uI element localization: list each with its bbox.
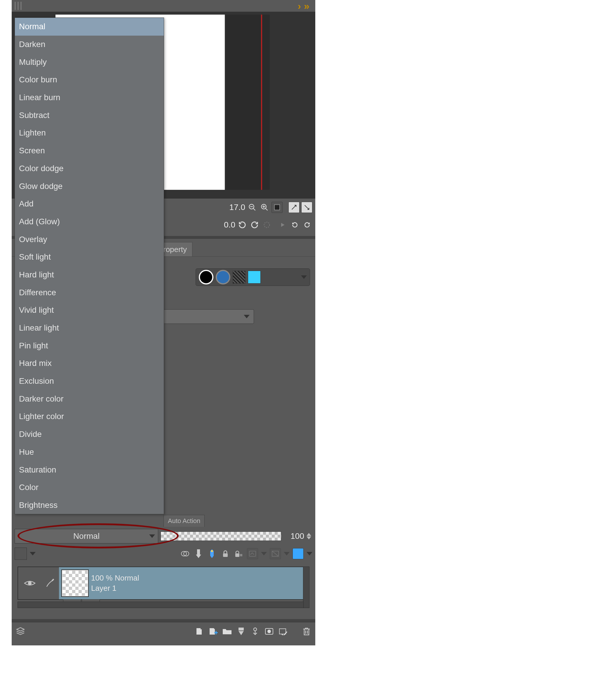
create-mask-icon[interactable] — [264, 626, 274, 636]
blend-mode-dropdown-label: Normal — [73, 531, 100, 541]
double-chevron-right-icon[interactable]: » — [304, 0, 309, 12]
blend-mode-option[interactable]: Color burn — [15, 71, 164, 89]
blend-mode-option[interactable]: Pin light — [15, 337, 164, 354]
clip-mask-icon[interactable] — [180, 548, 190, 559]
tab-auto-action[interactable]: Auto Action — [163, 515, 205, 527]
blend-mode-option[interactable]: Darker color — [15, 390, 164, 408]
panel-drag-handle[interactable]: › » — [12, 0, 315, 12]
blend-mode-option[interactable]: Vivid light — [15, 301, 164, 319]
mask-button[interactable] — [247, 548, 258, 559]
new-folder-icon[interactable] — [222, 626, 232, 636]
lock-icon[interactable] — [220, 548, 231, 559]
blend-mode-option[interactable]: Lighter color — [15, 408, 164, 425]
grip-icon — [12, 2, 22, 10]
reference-layer-icon[interactable] — [193, 548, 204, 559]
blend-mode-option[interactable]: Brightness — [15, 497, 164, 514]
timeline-playhead[interactable] — [261, 15, 262, 190]
blend-mode-option[interactable]: Add (Glow) — [15, 213, 164, 231]
blend-mode-option[interactable]: Exclusion — [15, 372, 164, 390]
new-layer-plus-icon[interactable] — [208, 626, 218, 636]
swatch-blue[interactable] — [216, 270, 230, 284]
swatch-dropdown-icon[interactable] — [301, 275, 307, 279]
opacity-spinner[interactable] — [306, 533, 312, 540]
layer-type-button[interactable] — [15, 548, 27, 560]
rotate-cw-icon[interactable] — [249, 220, 260, 230]
blend-mode-option[interactable]: Soft light — [15, 248, 164, 266]
layer-opacity-value: 100 — [284, 531, 304, 541]
blend-mode-option[interactable]: Darken — [15, 35, 164, 53]
blend-mode-option[interactable]: Difference — [15, 283, 164, 301]
layer-color-button[interactable] — [293, 548, 304, 559]
blend-mode-option[interactable]: Multiply — [15, 53, 164, 71]
blend-mode-option[interactable]: Hard mix — [15, 354, 164, 372]
swatch-pattern[interactable] — [233, 271, 246, 283]
ruler-button[interactable] — [270, 548, 281, 559]
blend-mode-option[interactable]: Normal — [15, 18, 164, 35]
chevron-down-icon — [244, 315, 250, 318]
flip-horizontal-button[interactable] — [288, 202, 300, 213]
layer-visibility-toggle[interactable] — [18, 567, 42, 599]
blend-mode-option[interactable]: Lighten — [15, 124, 164, 142]
apply-mask-icon[interactable] — [278, 626, 288, 636]
trash-icon[interactable] — [301, 626, 312, 636]
reset-rotation-button[interactable] — [261, 220, 272, 230]
layer-thumbnail[interactable] — [62, 570, 88, 596]
layer-row[interactable]: 100 % Normal Layer 1 — [18, 567, 304, 600]
layer-active-edit-icon[interactable] — [42, 567, 59, 599]
layer-vertical-scrollbar[interactable] — [303, 567, 309, 608]
swatch-cyan[interactable] — [248, 271, 261, 283]
draft-layer-icon[interactable] — [207, 548, 217, 559]
layer-name-label[interactable]: Layer 1 — [91, 584, 139, 593]
blend-mode-option[interactable]: Hue — [15, 443, 164, 461]
rotate-ccw-icon[interactable] — [237, 220, 248, 230]
blend-mode-dropdown[interactable]: Normal — [15, 529, 158, 544]
layer-opacity-slider[interactable] — [160, 531, 281, 541]
app-panel: › » 17.0 0.0 — [12, 0, 315, 645]
fit-screen-button[interactable] — [272, 202, 283, 213]
svg-rect-14 — [197, 549, 200, 555]
flip-vertical-button[interactable] — [301, 202, 312, 213]
blend-mode-option[interactable]: Add — [15, 195, 164, 213]
new-layer-icon[interactable] — [194, 626, 204, 636]
zoom-out-icon[interactable] — [247, 202, 257, 212]
svg-rect-21 — [249, 551, 256, 556]
layer-blend-row: Normal 100 — [12, 527, 315, 546]
zoom-in-icon[interactable] — [259, 202, 270, 212]
blend-mode-menu[interactable]: NormalDarkenMultiplyColor burnLinear bur… — [15, 18, 164, 514]
blend-mode-option[interactable]: Linear burn — [15, 89, 164, 107]
svg-point-30 — [254, 628, 257, 631]
svg-line-1 — [253, 208, 255, 210]
blend-mode-option[interactable]: Linear light — [15, 319, 164, 337]
chevron-down-icon[interactable] — [306, 552, 312, 555]
rotation-value: 0.0 — [212, 220, 235, 229]
blend-mode-option[interactable]: Divide — [15, 425, 164, 443]
blend-mode-option[interactable]: Color — [15, 479, 164, 497]
layer-footer-toolbar — [12, 622, 315, 641]
blend-mode-option[interactable]: Color dodge — [15, 160, 164, 178]
chevron-down-icon[interactable] — [30, 552, 35, 555]
svg-rect-28 — [238, 628, 244, 630]
blend-mode-option[interactable]: Overlay — [15, 230, 164, 248]
svg-marker-25 — [17, 628, 24, 631]
svg-rect-27 — [216, 631, 217, 634]
chevron-right-icon[interactable]: › — [298, 0, 301, 12]
blend-mode-option[interactable]: Subtract — [15, 106, 164, 124]
chevron-down-icon — [149, 534, 155, 538]
lock-transparent-icon[interactable] — [233, 548, 244, 559]
blend-mode-option[interactable]: Hard light — [15, 266, 164, 284]
chevron-down-icon[interactable] — [261, 552, 267, 555]
layer-horizontal-scrollbar[interactable] — [18, 602, 304, 608]
play-icon[interactable] — [277, 220, 288, 230]
layer-status-label: 100 % Normal — [91, 574, 139, 583]
chevron-down-icon[interactable] — [284, 552, 290, 555]
rotate-cw-small-icon[interactable] — [302, 220, 312, 230]
svg-rect-20 — [240, 554, 242, 556]
transfer-down-icon[interactable] — [236, 626, 246, 636]
swatch-black[interactable] — [199, 270, 213, 284]
layers-stack-icon[interactable] — [15, 626, 26, 636]
rotate-ccw-small-icon[interactable] — [290, 220, 300, 230]
blend-mode-option[interactable]: Screen — [15, 142, 164, 160]
merge-down-icon[interactable] — [250, 626, 260, 636]
blend-mode-option[interactable]: Saturation — [15, 461, 164, 479]
blend-mode-option[interactable]: Glow dodge — [15, 177, 164, 195]
